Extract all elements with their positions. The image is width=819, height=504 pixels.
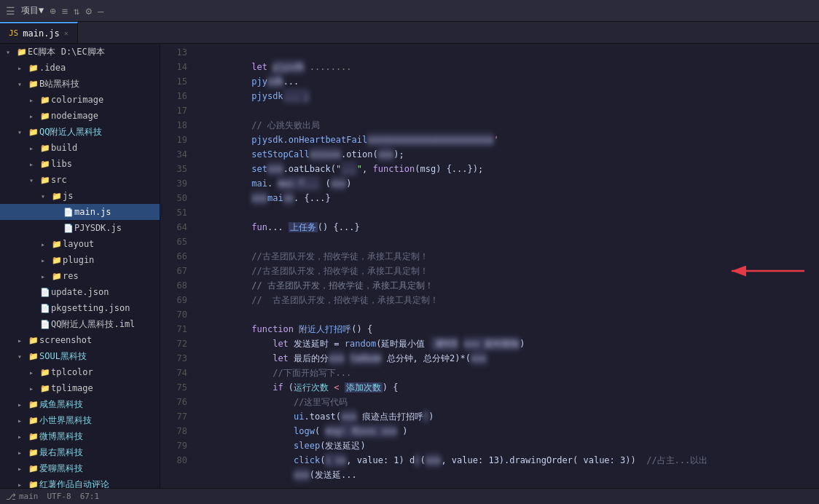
code-line-35: mai. mai-f... (xxx) bbox=[199, 162, 819, 176]
sidebar-item-plugin[interactable]: 📁 plugin bbox=[0, 252, 160, 268]
minimize-icon[interactable]: — bbox=[98, 5, 103, 17]
folder-icon: 📁 bbox=[28, 127, 39, 137]
settings-icon[interactable]: ⚙ bbox=[86, 5, 92, 17]
folder-icon: 📁 bbox=[28, 336, 39, 345]
code-area: 13 14 15 16 17 18 19 34 35 39 50 51 64 6… bbox=[160, 44, 819, 488]
sidebar-item-zuiyou[interactable]: 📁 最右黑科技 bbox=[0, 444, 160, 460]
sidebar-item-tplcolor[interactable]: 📁 tplcolor bbox=[0, 364, 160, 380]
tab-bar: JS main.js ✕ bbox=[0, 22, 819, 44]
file-tree: 📁 EC脚本 D:\EC脚本 📁 .idea 📁 B站黑科技 📁 colorim… bbox=[0, 44, 160, 488]
main-js-label: main.js bbox=[74, 207, 160, 217]
code-line-71: let 发送延时 = random(延时最小值 硬时E xxx 延时限制) bbox=[199, 322, 819, 336]
sidebar-item-tplimage[interactable]: 📁 tplimage bbox=[0, 380, 160, 396]
build-label: build bbox=[51, 143, 160, 153]
sidebar-item-layout[interactable]: 📁 layout bbox=[0, 236, 160, 252]
arrow-icon bbox=[41, 240, 51, 248]
root-label: EC脚本 D:\EC脚本 bbox=[28, 46, 160, 58]
refresh-icon[interactable]: ⊕ bbox=[50, 5, 55, 17]
tplcolor-label: tplcolor bbox=[51, 367, 160, 377]
folder-icon: 📁 bbox=[28, 400, 39, 409]
sidebar-item-soul[interactable]: 📁 SOUL黑科技 bbox=[0, 348, 160, 364]
arrow-icon bbox=[29, 96, 39, 104]
js-file-icon: JS bbox=[9, 28, 18, 38]
arrow-icon bbox=[17, 481, 28, 489]
menu-icon[interactable]: ☰ bbox=[6, 5, 15, 17]
code-line-76: ui.toast(xxx 痕迹点击打招呼!) bbox=[199, 395, 819, 409]
arrow-icon bbox=[29, 369, 39, 377]
code-line-75: //这里写代码 bbox=[199, 380, 819, 395]
folder-icon: 📁 bbox=[39, 368, 51, 377]
xianyu-label: 咸鱼黑科技 bbox=[39, 398, 160, 411]
sort-icon[interactable]: ⇅ bbox=[74, 5, 79, 17]
status-encoding: UTF-8 bbox=[47, 492, 71, 501]
js-icon: 📄 bbox=[63, 224, 74, 233]
sidebar-item-src[interactable]: 📁 src bbox=[0, 172, 160, 188]
sidebar-item-update-json[interactable]: 📄 update.json bbox=[0, 284, 160, 300]
sidebar-item-iml[interactable]: 📄 QQ附近人黑科技.iml bbox=[0, 316, 160, 332]
line-col-label: 67:1 bbox=[80, 492, 100, 501]
code-line-68: // 古圣团队开发，招收学徒，承接工具定制！ bbox=[199, 278, 819, 293]
folder-icon: 📁 bbox=[51, 272, 63, 281]
sidebar-item-colorimage[interactable]: 📁 colorimage bbox=[0, 92, 160, 108]
sidebar-item-main-js[interactable]: 📄 main.js bbox=[0, 204, 160, 220]
folder-icon: 📁 bbox=[28, 79, 39, 89]
sidebar-item-root[interactable]: 📁 EC脚本 D:\EC脚本 bbox=[0, 44, 160, 60]
layout-label: layout bbox=[63, 239, 160, 249]
hongshu-label: 红薯作品自动评论 bbox=[39, 479, 160, 489]
code-line-79: click(i xx, value: 1) dc(xxx, value: 13)… bbox=[199, 438, 819, 453]
code-line-67: // 古圣团队开发，招收学徒，承接工具定制！ bbox=[199, 264, 819, 278]
sidebar-item-pkgsetting[interactable]: 📄 pkgsetting.json bbox=[0, 300, 160, 316]
arrow-icon bbox=[29, 385, 39, 393]
tab-main-js[interactable]: JS main.js ✕ bbox=[0, 22, 78, 43]
json-icon: 📄 bbox=[39, 288, 51, 297]
folder-icon: 📁 bbox=[51, 256, 63, 265]
folder-icon: 📁 bbox=[39, 176, 51, 185]
sidebar-item-build[interactable]: 📁 build bbox=[0, 140, 160, 156]
code-editor[interactable]: 13 14 15 16 17 18 19 34 35 39 50 51 64 6… bbox=[160, 44, 819, 488]
folder-icon: 📁 bbox=[28, 63, 39, 73]
sidebar-item-js[interactable]: 📁 js bbox=[0, 188, 160, 204]
arrow-icon bbox=[29, 160, 39, 168]
ailiao-label: 爱聊黑科技 bbox=[39, 462, 160, 475]
sidebar-item-res[interactable]: 📁 res bbox=[0, 268, 160, 284]
sidebar-item-screenshot[interactable]: 📁 screenshot bbox=[0, 332, 160, 348]
idea-label: .idea bbox=[39, 63, 160, 73]
code-line-74: if (运行次数 < 添加次数) { bbox=[199, 366, 819, 380]
tab-label: main.js bbox=[23, 28, 60, 39]
sidebar-item-weibo[interactable]: 📁 微博黑科技 bbox=[0, 428, 160, 444]
sidebar-item-pjysdk[interactable]: 📄 PJYSDK.js bbox=[0, 220, 160, 236]
arrow-icon bbox=[29, 144, 39, 152]
code-line-34: setxxx.oatLback("...", function(msg) {..… bbox=[199, 147, 819, 162]
folder-icon: 📁 bbox=[16, 47, 28, 57]
sidebar-item-libs[interactable]: 📁 libs bbox=[0, 156, 160, 172]
colorimage-label: colorimage bbox=[51, 95, 160, 105]
code-line-16 bbox=[199, 89, 819, 103]
code-line-19: setStopCallxxxxxx.otion(xxx); bbox=[199, 133, 819, 147]
sidebar-item-nodeimage[interactable]: 📁 nodeimage bbox=[0, 108, 160, 124]
sidebar-item-qq[interactable]: 📁 QQ附近人黑科技 bbox=[0, 124, 160, 140]
arrow-icon bbox=[17, 336, 28, 344]
folder-icon: 📁 bbox=[28, 416, 39, 425]
zuiyou-label: 最右黑科技 bbox=[39, 446, 160, 459]
sidebar-item-xianyu[interactable]: 📁 咸鱼黑科技 bbox=[0, 396, 160, 412]
iml-label: QQ附近人黑科技.iml bbox=[51, 318, 160, 331]
sidebar-item-idea[interactable]: 📁 .idea bbox=[0, 60, 160, 76]
sidebar-item-bzhan[interactable]: 📁 B站黑科技 bbox=[0, 76, 160, 92]
arrow-icon bbox=[17, 417, 28, 425]
code-line-69 bbox=[199, 293, 819, 307]
arrow-icon bbox=[6, 48, 16, 56]
collapse-icon[interactable]: ≡ bbox=[62, 5, 68, 17]
arrow-icon bbox=[41, 256, 51, 264]
folder-icon: 📁 bbox=[28, 352, 39, 361]
folder-icon: 📁 bbox=[39, 111, 51, 121]
sidebar-item-xiaoworld[interactable]: 📁 小世界黑科技 bbox=[0, 412, 160, 428]
pjysdk-label: PJYSDK.js bbox=[74, 223, 160, 233]
project-label[interactable]: 项目▼ bbox=[21, 4, 44, 17]
sidebar-item-ailiao[interactable]: 📁 爱聊黑科技 bbox=[0, 460, 160, 476]
code-line-39: xxxmaixx. {...} bbox=[199, 176, 819, 191]
arrow-icon bbox=[29, 176, 39, 184]
tab-close-button[interactable]: ✕ bbox=[64, 29, 68, 37]
code-line-66: //古圣团队开发，招收学徒，承接工具定制！ bbox=[199, 249, 819, 264]
code-line-78: sleep(发送延迟) bbox=[199, 424, 819, 438]
sidebar-item-hongshu[interactable]: 📁 红薯作品自动评论 bbox=[0, 476, 160, 488]
